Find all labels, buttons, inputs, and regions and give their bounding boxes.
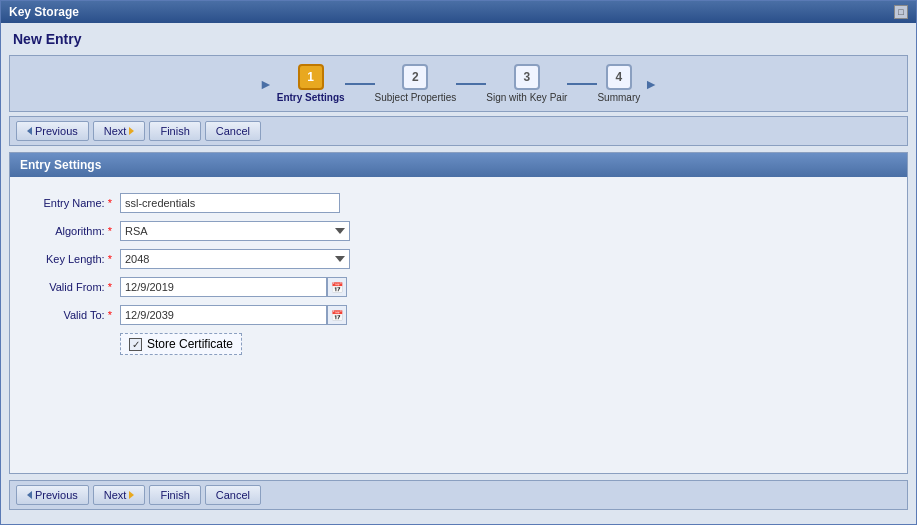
store-cert-row: ✓ Store Certificate: [120, 333, 887, 355]
step-3-label: Sign with Key Pair: [486, 92, 567, 103]
bottom-finish-label: Finish: [160, 489, 189, 501]
page-title: New Entry: [9, 31, 908, 47]
key-length-select[interactable]: 1024 2048 4096: [120, 249, 350, 269]
section-body: Entry Name: * Algorithm: * RSA DSA EC: [10, 177, 907, 371]
wizard-step-1[interactable]: 1 Entry Settings: [277, 64, 345, 103]
wizard-start-arrow: ►: [259, 76, 273, 92]
top-next-label: Next: [104, 125, 127, 137]
algorithm-row: Algorithm: * RSA DSA EC: [30, 221, 887, 241]
bottom-previous-button[interactable]: Previous: [16, 485, 89, 505]
top-toolbar: Previous Next Finish Cancel: [9, 116, 908, 146]
bottom-previous-label: Previous: [35, 489, 78, 501]
restore-button[interactable]: □: [894, 5, 908, 19]
wizard-end-arrow: ►: [644, 76, 658, 92]
entry-name-row: Entry Name: *: [30, 193, 887, 213]
entry-name-label: Entry Name: *: [30, 197, 120, 209]
valid-to-label: Valid To: *: [30, 309, 120, 321]
wizard-step-2[interactable]: 2 Subject Properties: [375, 64, 457, 103]
step-3-number: 3: [514, 64, 540, 90]
key-length-required: *: [108, 253, 112, 265]
bottom-cancel-button[interactable]: Cancel: [205, 485, 261, 505]
valid-to-calendar-button[interactable]: 📅: [327, 305, 347, 325]
valid-to-required: *: [108, 309, 112, 321]
key-storage-window: Key Storage □ New Entry ► 1 Entry Settin…: [0, 0, 917, 525]
store-cert-text: Store Certificate: [147, 337, 233, 351]
top-previous-button[interactable]: Previous: [16, 121, 89, 141]
key-length-row: Key Length: * 1024 2048 4096: [30, 249, 887, 269]
entry-settings-panel: Entry Settings Entry Name: * Algorithm: …: [9, 152, 908, 474]
valid-to-row: Valid To: * 📅: [30, 305, 887, 325]
valid-from-input[interactable]: [120, 277, 327, 297]
wizard-line-1: [345, 83, 375, 85]
bottom-prev-arrow-icon: [27, 491, 32, 499]
algorithm-label: Algorithm: *: [30, 225, 120, 237]
next-arrow-icon: [129, 127, 134, 135]
store-cert-checkbox[interactable]: ✓: [129, 338, 142, 351]
bottom-next-label: Next: [104, 489, 127, 501]
algorithm-required: *: [108, 225, 112, 237]
valid-from-row: Valid From: * 📅: [30, 277, 887, 297]
algorithm-select[interactable]: RSA DSA EC: [120, 221, 350, 241]
top-finish-button[interactable]: Finish: [149, 121, 200, 141]
valid-from-calendar-button[interactable]: 📅: [327, 277, 347, 297]
title-bar-buttons: □: [894, 5, 908, 19]
section-header: Entry Settings: [10, 153, 907, 177]
wizard-step-3[interactable]: 3 Sign with Key Pair: [486, 64, 567, 103]
key-length-label: Key Length: *: [30, 253, 120, 265]
step-4-number: 4: [606, 64, 632, 90]
wizard-steps: ► 1 Entry Settings 2 Subject Properties …: [259, 64, 658, 103]
valid-from-date-row: 📅: [120, 277, 347, 297]
valid-to-input[interactable]: [120, 305, 327, 325]
wizard-step-4[interactable]: 4 Summary: [597, 64, 640, 103]
top-next-button[interactable]: Next: [93, 121, 146, 141]
step-2-label: Subject Properties: [375, 92, 457, 103]
top-finish-label: Finish: [160, 125, 189, 137]
top-cancel-button[interactable]: Cancel: [205, 121, 261, 141]
step-1-label: Entry Settings: [277, 92, 345, 103]
window-content: New Entry ► 1 Entry Settings 2 Subject P…: [1, 23, 916, 524]
step-4-label: Summary: [597, 92, 640, 103]
calendar-icon-2: 📅: [331, 310, 343, 321]
entry-name-input[interactable]: [120, 193, 340, 213]
valid-from-label: Valid From: *: [30, 281, 120, 293]
calendar-icon: 📅: [331, 282, 343, 293]
prev-arrow-icon: [27, 127, 32, 135]
store-cert-label[interactable]: ✓ Store Certificate: [120, 333, 242, 355]
valid-to-date-row: 📅: [120, 305, 347, 325]
bottom-cancel-label: Cancel: [216, 489, 250, 501]
entry-name-required: *: [108, 197, 112, 209]
wizard-line-3: [567, 83, 597, 85]
wizard-bar: ► 1 Entry Settings 2 Subject Properties …: [9, 55, 908, 112]
bottom-next-arrow-icon: [129, 491, 134, 499]
wizard-line-2: [456, 83, 486, 85]
step-2-number: 2: [402, 64, 428, 90]
valid-from-required: *: [108, 281, 112, 293]
bottom-toolbar: Previous Next Finish Cancel: [9, 480, 908, 510]
bottom-next-button[interactable]: Next: [93, 485, 146, 505]
title-bar: Key Storage □: [1, 1, 916, 23]
step-1-number: 1: [298, 64, 324, 90]
top-previous-label: Previous: [35, 125, 78, 137]
bottom-finish-button[interactable]: Finish: [149, 485, 200, 505]
top-cancel-label: Cancel: [216, 125, 250, 137]
window-title: Key Storage: [9, 5, 79, 19]
